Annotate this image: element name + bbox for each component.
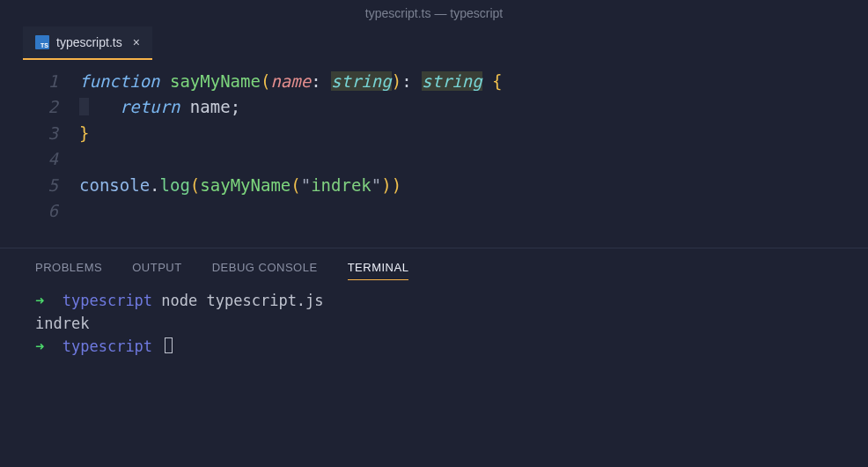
code-text: function sayMyName(name: string): string…	[79, 69, 503, 94]
tab-debug-console[interactable]: DEBUG CONSOLE	[212, 261, 318, 280]
line-number: 2	[0, 94, 79, 120]
code-text: console.log(sayMyName("indrek"))	[79, 173, 401, 198]
terminal-command: node typescript.js	[161, 292, 323, 309]
terminal[interactable]: ➜ typescript node typescript.js indrek ➜…	[0, 285, 868, 367]
code-line: 1 function sayMyName(name: string): stri…	[0, 69, 868, 94]
line-number: 1	[0, 69, 79, 94]
line-number: 3	[0, 121, 79, 146]
code-text: return name;	[79, 94, 240, 120]
indent-guide	[79, 98, 89, 116]
terminal-line: ➜ typescript node typescript.js	[35, 289, 833, 312]
file-tab-label: typescript.ts	[56, 35, 122, 49]
tab-problems[interactable]: PROBLEMS	[35, 261, 102, 280]
terminal-output: indrek	[35, 315, 89, 332]
tab-output[interactable]: OUTPUT	[132, 261, 181, 280]
line-number: 4	[0, 146, 79, 172]
line-number: 6	[0, 198, 79, 224]
code-line: 2 return name;	[0, 94, 868, 120]
tab-terminal[interactable]: TERMINAL	[348, 261, 409, 280]
code-text: }	[79, 121, 89, 146]
close-icon[interactable]: ×	[133, 35, 140, 49]
code-editor[interactable]: 1 function sayMyName(name: string): stri…	[0, 60, 868, 242]
window-titlebar: typescript.ts — typescript	[0, 0, 868, 26]
prompt-cwd: typescript	[63, 292, 152, 309]
line-number: 5	[0, 173, 79, 198]
terminal-line: ➜ typescript	[35, 335, 833, 358]
window-title: typescript.ts — typescript	[365, 6, 503, 20]
typescript-file-icon: TS	[35, 35, 49, 49]
panel-tabs: PROBLEMS OUTPUT DEBUG CONSOLE TERMINAL	[0, 248, 868, 285]
code-line: 6	[0, 198, 868, 224]
terminal-line: indrek	[35, 312, 833, 335]
cursor-icon	[165, 337, 173, 353]
file-tab-typescript[interactable]: TS typescript.ts ×	[23, 26, 152, 60]
code-line: 3 }	[0, 121, 868, 146]
prompt-cwd: typescript	[63, 337, 152, 355]
code-line: 5 console.log(sayMyName("indrek"))	[0, 173, 868, 198]
code-line: 4	[0, 146, 868, 172]
editor-tabrow: TS typescript.ts ×	[0, 26, 868, 60]
prompt-arrow-icon: ➜	[35, 292, 44, 309]
prompt-arrow-icon: ➜	[35, 337, 44, 355]
